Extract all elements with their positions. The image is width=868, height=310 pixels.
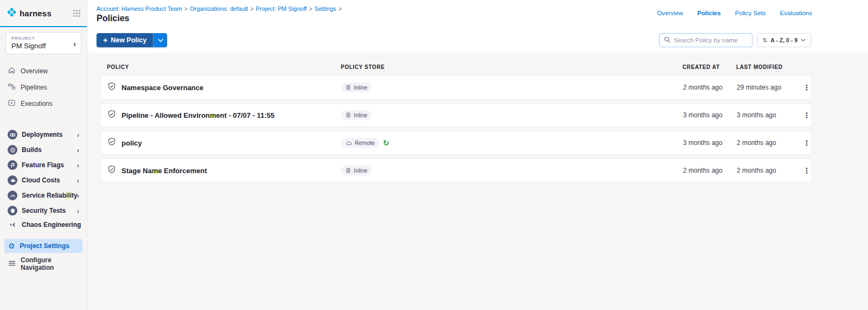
feature-flags-icon: [8, 160, 17, 170]
sidebar-item-security-tests[interactable]: Security Tests ›: [0, 203, 87, 218]
sidebar-item-service-reliability[interactable]: Service Reliability ›: [0, 188, 87, 203]
git-sync-icon: ↻: [383, 139, 390, 147]
kebab-menu-icon[interactable]: ⋮: [800, 109, 814, 122]
sidebar-item-pipelines[interactable]: Pipelines: [0, 79, 87, 96]
tab-policies[interactable]: Policies: [697, 10, 720, 16]
policy-name: Pipeline - Allowed Environment - 07/07 -…: [122, 111, 275, 119]
chevron-down-icon: [801, 39, 806, 42]
toolbar: + New Policy ⇅ A - Z, 0 - 9: [87, 28, 868, 53]
chevron-right-icon: ›: [77, 192, 79, 200]
tab-overview[interactable]: Overview: [657, 10, 683, 16]
sidebar-item-configure-navigation[interactable]: Configure Navigation: [4, 253, 82, 275]
project-label: PROJECT: [11, 36, 75, 41]
sidebar-item-feature-flags[interactable]: Feature Flags ›: [0, 157, 87, 173]
new-policy-button[interactable]: + New Policy: [97, 33, 154, 47]
tab-evaluations[interactable]: Evaluations: [780, 10, 812, 16]
column-header-policy-store: POLICY STORE: [341, 64, 682, 70]
store-badge-inline: Inline: [341, 83, 372, 92]
sort-label: A - Z, 0 - 9: [770, 37, 797, 43]
sidebar-nav: Overview Pipelines Executions: [0, 63, 87, 112]
breadcrumb-separator: >: [309, 5, 312, 12]
apps-grid-icon[interactable]: [73, 10, 80, 17]
kebab-menu-icon[interactable]: ⋮: [800, 136, 814, 149]
sidebar-item-label: Executions: [21, 100, 53, 107]
kebab-menu-icon[interactable]: ⋮: [800, 164, 814, 177]
sort-arrows-icon: ⇅: [762, 37, 767, 44]
new-policy-split-button: + New Policy: [97, 33, 167, 47]
security-tests-icon: [8, 206, 17, 216]
breadcrumb-separator: >: [250, 5, 253, 12]
sidebar-item-executions[interactable]: Executions: [0, 96, 87, 112]
column-header-policy: POLICY: [100, 64, 341, 70]
table-row[interactable]: Stage Name Enforcement Inline 2 months a…: [100, 159, 812, 182]
sidebar-item-overview[interactable]: Overview: [0, 63, 87, 79]
module-label: Feature Flags: [22, 161, 64, 169]
column-header-last-modified: LAST MODIFIED: [736, 64, 799, 70]
deployments-icon: [8, 130, 17, 140]
chevron-right-icon: ›: [77, 131, 79, 139]
created-at: 3 months ago: [683, 139, 737, 147]
kebab-menu-icon[interactable]: ⋮: [800, 81, 814, 94]
project-selector[interactable]: PROJECT PM Signoff ›: [5, 32, 81, 54]
store-badge-remote: Remote: [341, 138, 379, 148]
breadcrumb-account[interactable]: Account: Harness Product Team: [97, 5, 182, 12]
store-badge-inline: Inline: [341, 166, 372, 175]
new-policy-label: New Policy: [111, 36, 146, 44]
sidebar-bottom: ⚙ Project Settings Configure Navigation: [0, 239, 87, 275]
chevron-right-icon: ›: [77, 176, 79, 185]
module-label: Chaos Engineering: [22, 221, 81, 229]
breadcrumb-separator: >: [339, 5, 342, 12]
last-modified: 29 minutes ago: [737, 84, 800, 91]
tab-policy-sets[interactable]: Policy Sets: [735, 10, 766, 16]
service-reliability-icon: [8, 191, 17, 200]
chevron-right-icon: ›: [77, 161, 79, 169]
breadcrumb-project[interactable]: Project: PM Signoff: [256, 5, 307, 12]
sidebar-item-label: Configure Navigation: [21, 256, 79, 271]
harness-logo[interactable]: harness: [7, 7, 52, 20]
store-badge-label: Remote: [355, 140, 375, 146]
last-modified: 2 months ago: [737, 167, 800, 174]
logo-row: harness: [0, 0, 87, 27]
header-nav: Overview Policies Policy Sets Evaluation…: [657, 10, 812, 16]
sidebar-item-project-settings[interactable]: ⚙ Project Settings: [4, 239, 82, 253]
store-badge-label: Inline: [354, 84, 367, 91]
module-label: Service Reliability: [22, 192, 78, 199]
sidebar-item-cloud-costs[interactable]: Cloud Costs ›: [0, 173, 87, 188]
sort-dropdown[interactable]: ⇅ A - Z, 0 - 9: [757, 33, 811, 47]
gear-icon: ⚙: [8, 242, 15, 250]
new-policy-caret-button[interactable]: [154, 33, 167, 47]
breadcrumb-separator: >: [184, 5, 188, 12]
harness-logo-icon: [7, 7, 17, 20]
project-name: PM Signoff: [11, 42, 75, 50]
search-box: [659, 33, 752, 47]
inline-doc-icon: [346, 168, 351, 173]
created-at: 3 months ago: [683, 111, 737, 119]
table-row[interactable]: Namespace Governance Inline 2 months ago…: [100, 75, 812, 99]
table-row[interactable]: policy Remote ↻ 3 months ago 2 months ag…: [100, 131, 812, 155]
home-icon: [8, 66, 16, 76]
chevron-right-icon: ›: [77, 221, 79, 229]
module-label: Builds: [22, 146, 42, 154]
column-header-created-at: CREATED AT: [682, 64, 736, 70]
table-row[interactable]: Pipeline - Allowed Environment - 07/07 -…: [100, 103, 812, 127]
sidebar-item-deployments[interactable]: Deployments ›: [0, 127, 87, 142]
chevron-right-icon: ›: [73, 39, 76, 48]
page-header: Account: Harness Product Team > Organiza…: [87, 0, 868, 28]
search-input[interactable]: [674, 37, 748, 43]
store-badge-label: Inline: [354, 112, 367, 118]
store-badge-label: Inline: [354, 167, 367, 174]
chevron-down-icon: [158, 39, 163, 42]
inline-doc-icon: [346, 112, 351, 118]
sidebar-item-builds[interactable]: Builds ›: [0, 142, 87, 157]
sidebar-item-chaos-engineering[interactable]: Chaos Engineering ›: [0, 218, 87, 231]
search-cluster: ⇅ A - Z, 0 - 9: [659, 33, 811, 47]
module-label: Security Tests: [22, 207, 66, 214]
chevron-right-icon: ›: [77, 146, 79, 154]
sidebar-item-label: Overview: [21, 67, 48, 75]
breadcrumb-settings[interactable]: Settings: [315, 5, 336, 12]
policy-name: policy: [122, 139, 142, 147]
breadcrumb-organizations[interactable]: Organizations: default: [190, 5, 248, 12]
table-header-row: POLICY POLICY STORE CREATED AT LAST MODI…: [100, 53, 812, 75]
store-badge-inline: Inline: [341, 110, 372, 120]
created-at: 2 months ago: [683, 84, 737, 91]
